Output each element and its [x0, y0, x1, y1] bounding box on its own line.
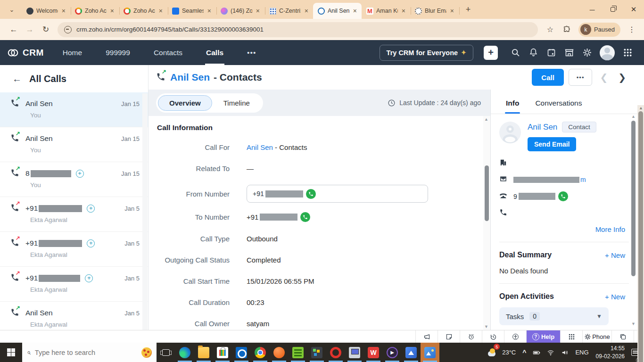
apps-grid-icon[interactable]	[619, 45, 636, 61]
call-list-item[interactable]: ↗ Anil Sen Jan 15 You	[0, 127, 148, 162]
contact-name-link[interactable]: Anil Sen	[528, 123, 557, 132]
settings-gear-icon[interactable]	[578, 45, 596, 61]
taskbar-app-media-player[interactable]: ▶	[383, 343, 402, 362]
tab-close-icon[interactable]: ×	[304, 7, 309, 15]
click-to-call-icon[interactable]	[300, 212, 310, 222]
taskbar-app-installer[interactable]	[345, 343, 364, 362]
user-avatar[interactable]	[600, 45, 615, 60]
browser-tab[interactable]: C-Zentrix ×	[264, 3, 313, 19]
phone-settings-button[interactable]: Phone	[582, 330, 611, 343]
marketplace-icon[interactable]	[560, 45, 578, 61]
url-field[interactable]: crm.zoho.in/crm/org60014497945/tab/Calls…	[58, 22, 538, 37]
record-more-button[interactable]: •••	[569, 69, 593, 86]
main-content-scrollbar[interactable]: ▲ ▼	[483, 116, 490, 330]
browser-menu-icon[interactable]: ⋮	[624, 23, 639, 37]
call-list-item[interactable]: ↗ +91 + Jan 5 Ekta Agarwal	[0, 267, 148, 302]
language-indicator[interactable]: ENG	[572, 343, 592, 362]
call-list-item[interactable]: ↗ +91 + Jan 5 Ekta Agarwal	[0, 197, 148, 232]
quick-create-button[interactable]: +	[484, 46, 498, 60]
announcements-megaphone-icon[interactable]	[415, 330, 438, 343]
browser-tab-active[interactable]: Anil Sen ( ×	[313, 3, 362, 19]
search-icon[interactable]	[506, 45, 524, 61]
taskbar-app-photos[interactable]	[421, 343, 439, 362]
task-view-button[interactable]	[157, 343, 175, 362]
taskbar-app-edge[interactable]	[175, 343, 194, 362]
tab-close-icon[interactable]: ×	[61, 7, 66, 15]
scrollbar-thumb[interactable]	[631, 121, 636, 276]
taskbar-search[interactable]: ⌕	[22, 343, 157, 362]
tab-close-icon[interactable]: ×	[158, 7, 164, 15]
reload-button[interactable]: ↻	[39, 23, 53, 37]
tab-close-icon[interactable]: ×	[109, 7, 115, 15]
taskbar-app-wps[interactable]: W	[364, 343, 383, 362]
browser-tab[interactable]: M Aman Ku ×	[362, 3, 410, 19]
browser-page-scrollbar[interactable]: ▲	[637, 105, 644, 362]
temperature-label[interactable]: 23°C	[499, 343, 519, 362]
add-contact-plus-icon[interactable]: +	[76, 170, 84, 178]
browser-tab[interactable]: (146) Zoh ×	[216, 3, 264, 19]
taskbar-app-store[interactable]	[213, 343, 232, 362]
tab-conversations[interactable]: Conversations	[535, 99, 582, 114]
start-button[interactable]	[0, 343, 22, 362]
tab-close-icon[interactable]: ×	[449, 7, 455, 15]
taskbar-app-battery-tool[interactable]	[289, 343, 307, 362]
previous-record-icon[interactable]: ❮	[597, 72, 611, 83]
volume-icon[interactable]	[558, 343, 572, 362]
nav-item-999999[interactable]: 999999	[104, 40, 132, 65]
site-info-icon[interactable]	[64, 26, 72, 33]
add-contact-plus-icon[interactable]: +	[87, 239, 95, 247]
click-to-call-icon[interactable]	[306, 189, 316, 199]
call-list-item[interactable]: ↗ Anil Sen Jan 5 Ekta Agarwal	[0, 302, 148, 330]
back-arrow-icon[interactable]: ←	[12, 74, 22, 84]
call-list-item[interactable]: ↗ Anil Sen Jan 15 You	[0, 92, 148, 127]
nav-item-contacts[interactable]: Contacts	[152, 40, 184, 65]
call-list-item[interactable]: ↗ 8 + Jan 15 You	[0, 162, 148, 197]
nav-item-home[interactable]: Home	[61, 40, 84, 65]
forward-button[interactable]: →	[23, 23, 37, 37]
tab-close-icon[interactable]: ×	[352, 7, 358, 15]
restore-button[interactable]	[603, 0, 623, 19]
more-info-link[interactable]: More Info	[595, 225, 625, 233]
nav-item-calls[interactable]: Calls	[204, 40, 225, 65]
from-number-input[interactable]: +91	[247, 185, 428, 203]
taskbar-app-opera[interactable]	[326, 343, 345, 362]
tab-close-icon[interactable]: ×	[255, 7, 261, 15]
taskbar-search-input[interactable]	[35, 349, 137, 356]
taskbar-app-blue[interactable]	[402, 343, 421, 362]
tray-overflow-chevron[interactable]: ^	[519, 343, 529, 362]
add-contact-plus-icon[interactable]: +	[85, 274, 93, 282]
next-record-icon[interactable]: ❯	[615, 72, 629, 83]
tab-timeline[interactable]: Timeline	[212, 95, 261, 111]
taskbar-app-outlook[interactable]	[232, 343, 251, 362]
close-button[interactable]: ✕	[623, 0, 644, 19]
contact-email-link[interactable]: m	[580, 176, 586, 183]
tab-overview[interactable]: Overview	[158, 95, 212, 111]
help-button[interactable]: ? Help	[526, 330, 560, 343]
tab-close-icon[interactable]: ×	[206, 7, 212, 15]
browser-tab[interactable]: Welcome ×	[22, 3, 70, 19]
tab-info[interactable]: Info	[506, 99, 519, 114]
footer-apps-grid-icon[interactable]	[560, 330, 582, 343]
taskbar-app-terminal[interactable]	[307, 343, 326, 362]
sticky-notes-icon[interactable]	[438, 330, 460, 343]
browser-profile-chip[interactable]: k Paused	[578, 23, 620, 37]
bookmark-star-icon[interactable]: ☆	[543, 23, 558, 37]
info-panel-scrollbar[interactable]: ▲ ▼	[630, 114, 636, 326]
send-email-button[interactable]: Send Email	[528, 137, 576, 151]
taskbar-app-chrome[interactable]	[251, 343, 270, 362]
back-button[interactable]: ←	[7, 23, 21, 37]
browser-tab[interactable]: Seamless ×	[167, 3, 216, 19]
minimize-button[interactable]: ─	[582, 0, 603, 19]
extensions-icon[interactable]	[560, 23, 575, 37]
call-button[interactable]: Call	[532, 69, 564, 86]
click-to-call-icon[interactable]	[558, 191, 568, 201]
try-crm-button[interactable]: Try CRM for Everyone ✦	[380, 45, 473, 61]
record-title-link[interactable]: Anil Sen	[170, 72, 210, 83]
call-for-link[interactable]: Anil Sen	[247, 143, 273, 151]
scrollbar-thumb[interactable]	[485, 165, 489, 221]
battery-icon[interactable]	[529, 343, 544, 362]
reminders-alarm-icon[interactable]	[460, 330, 482, 343]
recent-history-icon[interactable]	[482, 330, 504, 343]
nav-item-more[interactable]: •••	[245, 40, 258, 65]
browser-tab[interactable]: Zoho Acc ×	[70, 3, 119, 19]
